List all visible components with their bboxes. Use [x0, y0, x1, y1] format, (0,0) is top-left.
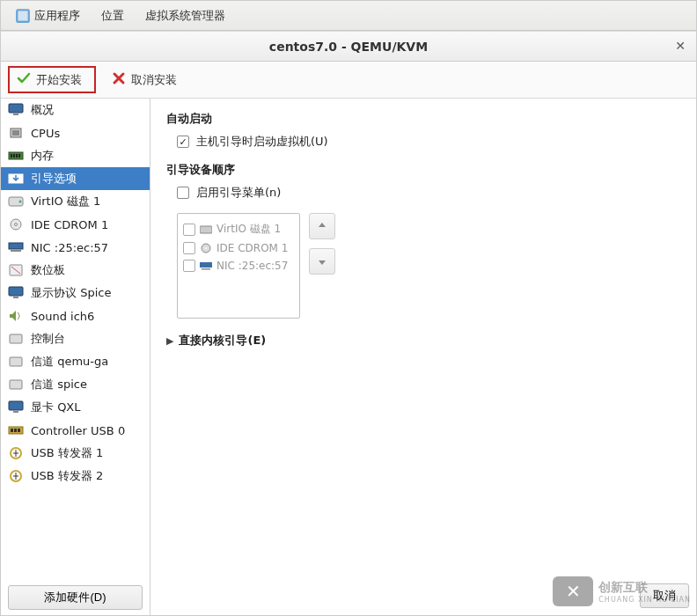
svg-rect-17 [11, 250, 21, 252]
sidebar-item-label: 数位板 [31, 262, 65, 278]
sidebar-item-label: Sound ich6 [31, 310, 94, 323]
sidebar-item-label: 显卡 QXL [31, 400, 81, 415]
svg-point-15 [15, 224, 18, 226]
sidebar-item-virtio-disk[interactable]: VirtIO 磁盘 1 [1, 190, 150, 213]
boot-move-down-button[interactable] [309, 248, 335, 275]
disk-icon [200, 224, 212, 235]
boot-device-row[interactable]: VirtIO 磁盘 1 [181, 219, 296, 239]
svg-rect-7 [11, 154, 12, 158]
sidebar-item-overview[interactable]: 概况 [1, 99, 150, 121]
sidebar-item-controller-usb[interactable]: Controller USB 0 [1, 419, 150, 442]
boot-dev-checkbox[interactable] [183, 242, 195, 254]
cancel-install-button[interactable]: 取消安装 [103, 68, 186, 92]
boot-options-panel: 自动启动 主机引导时启动虚拟机(U) 引导设备顺序 启用引导菜单(n) Virt… [150, 99, 696, 616]
svg-rect-32 [200, 226, 212, 233]
channel-icon [8, 378, 24, 392]
boot-device-row[interactable]: NIC :25:ec:57 [181, 257, 296, 275]
autostart-checkbox[interactable] [177, 136, 189, 148]
sidebar-item-display-spice[interactable]: 显示协议 Spice [1, 282, 150, 304]
window-title: centos7.0 - QEMU/KVM [269, 40, 428, 54]
close-icon[interactable]: ✕ [673, 39, 687, 53]
apps-icon [15, 8, 31, 24]
direct-kernel-disclosure[interactable]: ▶ 直接内核引导(E) [166, 333, 680, 348]
svg-rect-28 [14, 429, 17, 432]
sidebar-item-channel-spice[interactable]: 信道 spice [1, 373, 150, 396]
boot-device-list[interactable]: VirtIO 磁盘 1 IDE CDROM 1 NIC :25:ec:57 [177, 213, 300, 319]
boot-dev-label: VirtIO 磁盘 1 [216, 222, 281, 237]
svg-rect-3 [13, 114, 18, 115]
boot-order-title: 引导设备顺序 [166, 162, 680, 178]
svg-rect-9 [16, 154, 18, 158]
boot-dev-label: NIC :25:ec:57 [216, 260, 288, 272]
svg-point-34 [205, 247, 207, 249]
boot-move-up-button[interactable] [309, 213, 335, 239]
add-hardware-button[interactable]: 添加硬件(D) [8, 585, 143, 610]
start-install-label: 开始安装 [36, 72, 82, 88]
hardware-list[interactable]: 概况 CPUs 内存 引导选项 VirtIO 磁盘 1 [1, 99, 150, 578]
system-menubar: 应用程序 位置 虚拟系统管理器 [1, 1, 696, 31]
sidebar-item-label: CPUs [31, 127, 60, 140]
sidebar-item-label: 内存 [31, 148, 54, 164]
sidebar-item-channel-qemu-ga[interactable]: 信道 qemu-ga [1, 350, 150, 373]
hardware-sidebar: 概况 CPUs 内存 引导选项 VirtIO 磁盘 1 [1, 99, 150, 616]
channel-icon [8, 355, 24, 369]
sidebar-item-cpus[interactable]: CPUs [1, 121, 150, 144]
sidebar-item-memory[interactable]: 内存 [1, 144, 150, 167]
sidebar-item-video-qxl[interactable]: 显卡 QXL [1, 396, 150, 419]
sidebar-item-usb-redir-1[interactable]: USB 转发器 1 [1, 442, 150, 465]
svg-rect-16 [9, 243, 23, 249]
sidebar-item-label: VirtIO 磁盘 1 [31, 194, 100, 209]
nic-icon [8, 240, 24, 254]
svg-rect-21 [10, 334, 22, 343]
sidebar-item-label: 信道 spice [31, 377, 87, 392]
menu-applications-label: 应用程序 [34, 8, 80, 24]
sidebar-item-label: 控制台 [31, 331, 65, 347]
usb-ctrl-icon [8, 423, 24, 437]
boot-dev-checkbox[interactable] [183, 260, 195, 272]
tablet-icon [8, 263, 24, 277]
svg-rect-20 [13, 297, 18, 298]
cpu-icon [8, 126, 24, 140]
panel-footer: 取消 [633, 575, 696, 616]
boot-order-area: VirtIO 磁盘 1 IDE CDROM 1 NIC :25:ec:57 [177, 213, 680, 319]
sidebar-item-boot-options[interactable]: 引导选项 [1, 167, 150, 190]
svg-rect-5 [12, 130, 19, 136]
start-install-button[interactable]: 开始安装 [8, 66, 96, 93]
sidebar-item-nic[interactable]: NIC :25:ec:57 [1, 236, 150, 259]
cross-icon [112, 71, 126, 88]
menu-vmm[interactable]: 虚拟系统管理器 [136, 3, 234, 29]
boot-order-controls [309, 213, 335, 319]
sidebar-item-tablet[interactable]: 数位板 [1, 259, 150, 282]
boot-icon [8, 172, 24, 186]
memory-icon [8, 149, 24, 163]
monitor-icon [8, 103, 24, 117]
sidebar-item-sound[interactable]: Sound ich6 [1, 304, 150, 327]
sidebar-item-usb-redir-2[interactable]: USB 转发器 2 [1, 465, 150, 488]
toolbar: 开始安装 取消安装 [1, 62, 696, 99]
svg-rect-8 [13, 154, 15, 158]
boot-dev-checkbox[interactable] [183, 224, 195, 236]
svg-point-13 [19, 201, 22, 203]
svg-rect-23 [10, 380, 22, 389]
sidebar-item-label: NIC :25:ec:57 [31, 241, 108, 254]
enable-boot-menu-checkbox[interactable] [177, 187, 189, 199]
content-area: 概况 CPUs 内存 引导选项 VirtIO 磁盘 1 [1, 99, 696, 616]
svg-rect-36 [202, 268, 210, 270]
sidebar-item-console[interactable]: 控制台 [1, 327, 150, 350]
svg-rect-25 [13, 411, 18, 413]
autostart-row: 主机引导时启动虚拟机(U) [177, 134, 680, 150]
direct-kernel-title: 直接内核引导(E) [179, 333, 266, 348]
console-icon [8, 332, 24, 346]
menu-location[interactable]: 位置 [92, 3, 133, 29]
autostart-title: 自动启动 [166, 111, 680, 127]
sidebar-item-label: IDE CDROM 1 [31, 218, 108, 231]
disk-icon [8, 194, 24, 209]
boot-device-row[interactable]: IDE CDROM 1 [181, 239, 296, 257]
cdrom-icon [200, 243, 212, 253]
svg-rect-10 [18, 154, 20, 158]
cancel-button[interactable]: 取消 [640, 583, 689, 608]
sidebar-item-ide-cdrom[interactable]: IDE CDROM 1 [1, 213, 150, 236]
menu-applications[interactable]: 应用程序 [6, 3, 89, 29]
svg-rect-2 [9, 104, 23, 113]
sidebar-item-label: 概况 [31, 102, 54, 118]
